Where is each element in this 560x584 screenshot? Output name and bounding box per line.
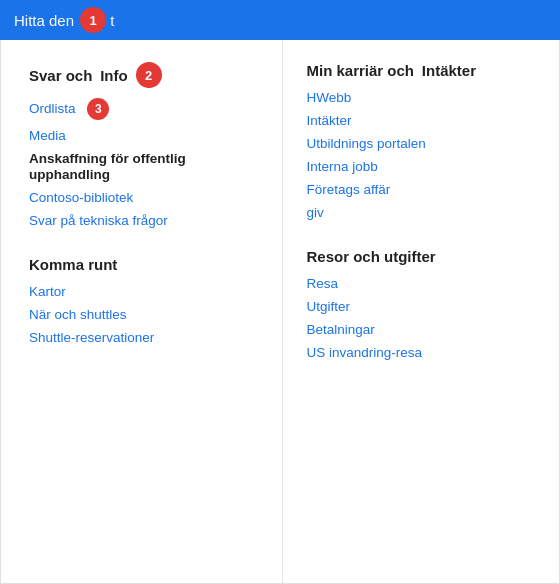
list-item: US invandring-resa: [307, 344, 540, 360]
section-svar-och-header: Svar och Info 2: [29, 62, 262, 88]
list-item: giv: [307, 204, 540, 220]
left-column: Svar och Info 2 Ordlista 3 Media Anskaff…: [1, 40, 282, 583]
link-kartor[interactable]: Kartor: [29, 284, 66, 299]
section-min-karriar-title: Min karriär och: [307, 62, 415, 79]
link-media[interactable]: Media: [29, 128, 66, 143]
main-content: Svar och Info 2 Ordlista 3 Media Anskaff…: [0, 40, 560, 584]
link-giv[interactable]: giv: [307, 205, 324, 220]
list-item: Kartor: [29, 283, 262, 299]
top-bar: Hitta den 1 t: [0, 0, 560, 40]
list-item: Intäkter: [307, 112, 540, 128]
link-hwebb[interactable]: HWebb: [307, 90, 352, 105]
link-shuttle-reservationer[interactable]: Shuttle-reservationer: [29, 330, 154, 345]
link-ordlista[interactable]: Ordlista: [29, 101, 76, 116]
list-item: Anskaffning för offentlig upphandling: [29, 150, 262, 182]
badge-2: 2: [136, 62, 162, 88]
list-item: Företags affär: [307, 181, 540, 197]
link-utgifter[interactable]: Utgifter: [307, 299, 351, 314]
list-item: HWebb: [307, 89, 540, 105]
section-min-karriar-subtitle: Intäkter: [422, 62, 476, 79]
section-svar-och-title: Svar och: [29, 67, 92, 84]
link-utbildnings-portalen[interactable]: Utbildnings portalen: [307, 136, 426, 151]
top-bar-suffix: t: [106, 12, 114, 29]
min-karriar-links: HWebb Intäkter Utbildnings portalen Inte…: [307, 89, 540, 220]
section-resor-title: Resor och utgifter: [307, 248, 436, 265]
badge-1: 1: [80, 7, 106, 33]
section-svar-och-badge-label: Info: [100, 67, 128, 84]
list-item: Shuttle-reservationer: [29, 329, 262, 345]
list-item: Utgifter: [307, 298, 540, 314]
list-item: Media: [29, 127, 262, 143]
link-betalningar[interactable]: Betalningar: [307, 322, 375, 337]
section-resor: Resor och utgifter Resa Utgifter Betalni…: [307, 248, 540, 360]
right-column: Min karriär och Intäkter HWebb Intäkter …: [282, 40, 560, 583]
section-min-karriar-header: Min karriär och Intäkter: [307, 62, 540, 79]
link-foretagsaffar[interactable]: Företags affär: [307, 182, 391, 197]
list-item: Resa: [307, 275, 540, 291]
link-us-invandring[interactable]: US invandring-resa: [307, 345, 423, 360]
link-contoso[interactable]: Contoso-bibliotek: [29, 190, 133, 205]
link-nar-shuttles[interactable]: När och shuttles: [29, 307, 127, 322]
resor-links: Resa Utgifter Betalningar US invandring-…: [307, 275, 540, 360]
link-interna-jobb[interactable]: Interna jobb: [307, 159, 378, 174]
top-bar-text: Hitta den: [14, 12, 74, 29]
list-item: Betalningar: [307, 321, 540, 337]
section-komma-runt: Komma runt Kartor När och shuttles Shutt…: [29, 256, 262, 345]
section-min-karriar: Min karriär och Intäkter HWebb Intäkter …: [307, 62, 540, 220]
komma-runt-links: Kartor När och shuttles Shuttle-reservat…: [29, 283, 262, 345]
svar-och-links: Ordlista 3 Media Anskaffning för offentl…: [29, 98, 262, 228]
list-item: Svar på tekniska frågor: [29, 212, 262, 228]
link-resa[interactable]: Resa: [307, 276, 339, 291]
section-komma-runt-title: Komma runt: [29, 256, 117, 273]
link-anskaffning[interactable]: Anskaffning för offentlig upphandling: [29, 151, 186, 182]
section-resor-header: Resor och utgifter: [307, 248, 540, 265]
list-item: Contoso-bibliotek: [29, 189, 262, 205]
list-item: När och shuttles: [29, 306, 262, 322]
badge-3: 3: [87, 98, 109, 120]
section-svar-och: Svar och Info 2 Ordlista 3 Media Anskaff…: [29, 62, 262, 228]
link-intakter[interactable]: Intäkter: [307, 113, 352, 128]
list-item: Utbildnings portalen: [307, 135, 540, 151]
list-item: Ordlista 3: [29, 98, 262, 120]
list-item: Interna jobb: [307, 158, 540, 174]
section-komma-runt-header: Komma runt: [29, 256, 262, 273]
link-svar-tekniska[interactable]: Svar på tekniska frågor: [29, 213, 168, 228]
